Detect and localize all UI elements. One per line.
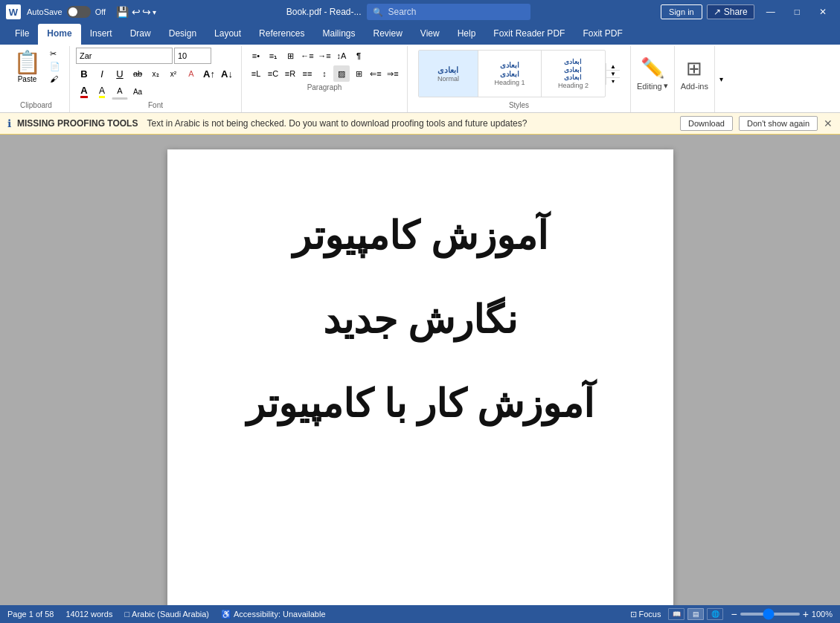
ribbon-tabs: File Home Insert Draw Design Layout Refe… bbox=[0, 24, 840, 45]
zoom-out-icon[interactable]: − bbox=[731, 608, 737, 620]
format-painter-button[interactable]: 🖌 bbox=[47, 73, 63, 85]
strikethrough-button[interactable]: ab bbox=[129, 65, 146, 82]
read-view-button[interactable]: 📖 bbox=[668, 608, 684, 620]
clear-format-button[interactable]: A bbox=[183, 65, 199, 82]
decrease-indent-button[interactable]: ←≡ bbox=[299, 48, 315, 64]
ribbon-body: 📋 Paste ✂ 📄 🖌 Clipboard B I U ab x₂ bbox=[0, 45, 840, 113]
clipboard-content: 📋 Paste ✂ 📄 🖌 bbox=[9, 48, 63, 100]
tab-file[interactable]: File bbox=[6, 24, 38, 45]
sign-in-button[interactable]: Sign in bbox=[661, 4, 702, 19]
maximize-button[interactable]: □ bbox=[787, 7, 807, 17]
redo-button[interactable]: ↪ bbox=[142, 6, 151, 18]
close-button[interactable]: ✕ bbox=[812, 7, 834, 17]
addins-content: ⊞ Add-ins bbox=[681, 48, 708, 100]
tab-review[interactable]: Review bbox=[365, 24, 411, 45]
accessibility-status: ♿ Accessibility: Unavailable bbox=[221, 610, 326, 619]
tab-foxit-reader[interactable]: Foxit Reader PDF bbox=[484, 24, 574, 45]
styles-expand[interactable]: ▾ bbox=[606, 78, 620, 85]
show-marks-button[interactable]: ¶ bbox=[350, 48, 367, 64]
font-name-input[interactable] bbox=[76, 48, 173, 64]
tab-draw[interactable]: Draw bbox=[121, 24, 160, 45]
tab-insert[interactable]: Insert bbox=[81, 24, 121, 45]
align-right-button[interactable]: ≡R bbox=[282, 65, 298, 82]
zoom-in-icon[interactable]: + bbox=[803, 608, 809, 620]
font-grow-button[interactable]: A↑ bbox=[201, 65, 217, 82]
styles-scroll-up[interactable]: ▲ bbox=[606, 63, 620, 71]
undo-redo-group: ↩ ↪ ▾ bbox=[132, 6, 156, 18]
web-layout-button[interactable]: 🌐 bbox=[707, 608, 723, 620]
zoom-slider[interactable] bbox=[740, 613, 800, 616]
multilevel-button[interactable]: ⊞ bbox=[282, 48, 298, 64]
shading-button[interactable]: ▨ bbox=[333, 65, 350, 82]
notification-close-button[interactable]: ✕ bbox=[824, 117, 833, 129]
style-heading2[interactable]: ابعادیابعادیابعادی Heading 2 bbox=[542, 51, 605, 97]
ribbon-more-button[interactable]: ▾ bbox=[715, 46, 728, 112]
font-color-row: A A A Aa bbox=[76, 83, 235, 100]
line-spacing-button[interactable]: ↕ bbox=[316, 65, 333, 82]
tab-home[interactable]: Home bbox=[38, 24, 80, 45]
copy-button[interactable]: 📄 bbox=[47, 60, 63, 73]
ltr-button[interactable]: ⇒≡ bbox=[385, 65, 401, 82]
clipboard-label[interactable]: Clipboard bbox=[9, 100, 63, 111]
font-label[interactable]: Font bbox=[76, 100, 235, 111]
style-heading1[interactable]: ابعادیابعادی Heading 1 bbox=[478, 51, 542, 97]
highlight-icon: A bbox=[99, 85, 105, 98]
tab-layout[interactable]: Layout bbox=[205, 24, 250, 45]
font-selectors bbox=[76, 48, 235, 64]
font-color-button[interactable]: A bbox=[76, 83, 92, 100]
underline-button[interactable]: U bbox=[112, 65, 128, 82]
zoom-level[interactable]: 100% bbox=[812, 610, 833, 619]
tab-mailings[interactable]: Mailings bbox=[313, 24, 364, 45]
style-heading2-label: Heading 2 bbox=[558, 82, 589, 89]
tab-design[interactable]: Design bbox=[160, 24, 205, 45]
minimize-button[interactable]: — bbox=[759, 7, 783, 17]
paste-button[interactable]: 📋 Paste bbox=[9, 48, 45, 100]
search-input[interactable] bbox=[367, 4, 530, 20]
editing-icon: ✏️ bbox=[641, 57, 664, 80]
dont-show-button[interactable]: Don't show again bbox=[739, 116, 818, 131]
tab-view[interactable]: View bbox=[411, 24, 449, 45]
tab-help[interactable]: Help bbox=[449, 24, 485, 45]
justify-button[interactable]: ≡≡ bbox=[299, 65, 315, 82]
font-shrink-button[interactable]: A↓ bbox=[219, 65, 235, 82]
autosave-toggle[interactable] bbox=[67, 6, 91, 18]
increase-indent-button[interactable]: →≡ bbox=[316, 48, 333, 64]
superscript-button[interactable]: x² bbox=[165, 65, 182, 82]
share-button[interactable]: ↗ Share bbox=[707, 4, 754, 19]
numbering-button[interactable]: ≡₁ bbox=[265, 48, 281, 64]
font-shading-button[interactable]: A bbox=[112, 83, 128, 100]
rtl-button[interactable]: ⇐≡ bbox=[368, 65, 384, 82]
save-icon[interactable]: 💾 bbox=[116, 6, 129, 18]
bullets-button[interactable]: ≡• bbox=[248, 48, 264, 64]
tab-references[interactable]: References bbox=[250, 24, 313, 45]
document-line-2: نگارش جدید bbox=[323, 293, 517, 347]
language-indicator: □ Arabic (Saudi Arabia) bbox=[124, 610, 209, 619]
download-button[interactable]: Download bbox=[680, 116, 733, 131]
change-case-button[interactable]: Aa bbox=[129, 83, 146, 100]
align-left-button[interactable]: ≡L bbox=[248, 65, 264, 82]
style-normal[interactable]: ابعادی Normal bbox=[419, 51, 478, 97]
italic-button[interactable]: I bbox=[94, 65, 110, 82]
editing-group: ✏️ Editing ▾ Editing bbox=[631, 46, 675, 112]
styles-group: ابعادی Normal ابعادیابعادی Heading 1 ابع… bbox=[408, 46, 631, 112]
cut-button[interactable]: ✂ bbox=[47, 48, 63, 60]
title-bar-center: Book.pdf - Read-... 🔍 bbox=[156, 4, 661, 20]
paste-label: Paste bbox=[18, 75, 37, 83]
tab-foxit-pdf[interactable]: Foxit PDF bbox=[574, 24, 631, 45]
addins-group: ⊞ Add-ins Add-ins bbox=[675, 46, 715, 112]
title-bar-right: Sign in ↗ Share — □ ✕ bbox=[661, 4, 834, 19]
paragraph-label[interactable]: Paragraph bbox=[248, 82, 401, 93]
font-format-row: B I U ab x₂ x² A A↑ A↓ bbox=[76, 65, 235, 82]
bold-button[interactable]: B bbox=[76, 65, 92, 82]
print-layout-button[interactable]: ▤ bbox=[687, 608, 704, 620]
subscript-button[interactable]: x₂ bbox=[147, 65, 164, 82]
borders-button[interactable]: ⊞ bbox=[350, 65, 367, 82]
sort-button[interactable]: ↕A bbox=[333, 48, 350, 64]
focus-button[interactable]: ⊡ Focus bbox=[630, 610, 661, 619]
styles-label[interactable]: Styles bbox=[414, 100, 624, 111]
font-size-input[interactable] bbox=[174, 48, 211, 64]
highlight-color-button[interactable]: A bbox=[94, 83, 110, 100]
styles-scroll-down[interactable]: ▼ bbox=[606, 71, 620, 78]
align-center-button[interactable]: ≡C bbox=[265, 65, 281, 82]
undo-button[interactable]: ↩ bbox=[132, 6, 141, 18]
